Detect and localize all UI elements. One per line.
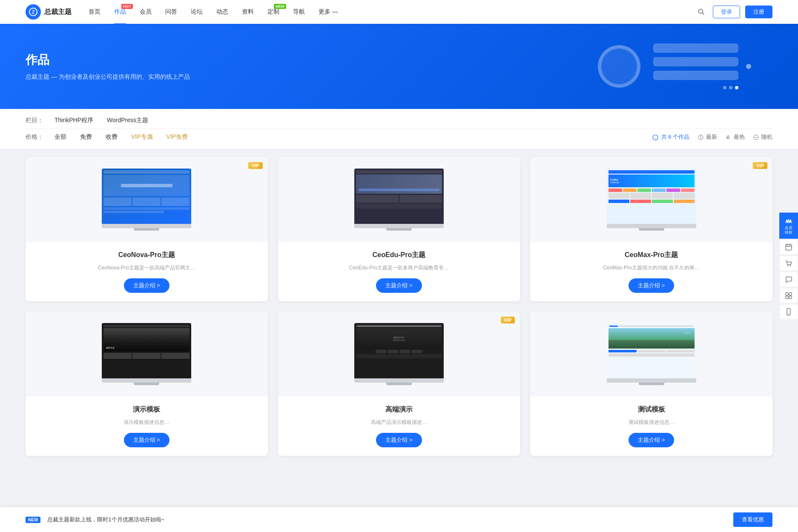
count-text: ! 共 6 个作品 (652, 133, 689, 141)
svg-text:Z: Z (32, 10, 34, 14)
card-info-6: 测试模板 测试模板描述信息… 主题介绍 > (530, 397, 772, 456)
logo-text: 总裁主题 (44, 8, 72, 17)
nav-member[interactable]: 会员 (140, 8, 152, 16)
card-info-2: CeoEdu-Pro主题 CeoEdu-Pro主题是一款多商户高端教育专… 主题… (278, 242, 520, 301)
nav-custom[interactable]: 定制 NEW (267, 8, 279, 16)
hero-title: 作品 (26, 52, 190, 68)
filter-divider (26, 129, 772, 129)
card-btn-1[interactable]: 主题介绍 > (124, 278, 169, 293)
category-filter-row: 栏目： ThinkPHP程序 WordPress主题 (26, 116, 772, 125)
product-card-4: 摄影作品 演示模板 演示模板描述信息… (26, 312, 268, 456)
sidebar-grid[interactable] (779, 288, 798, 303)
sidebar-calendar[interactable] (779, 239, 798, 255)
filter-free[interactable]: 免费 (78, 132, 95, 142)
hero-bars (653, 43, 738, 89)
laptop-mockup-6: 风力发电 (607, 323, 696, 385)
card-title-3: CeoMax-Pro主题 (539, 251, 764, 260)
nav-resources[interactable]: 资料 (242, 8, 254, 16)
hero-dot (746, 64, 751, 69)
new-badge: NEW (274, 4, 286, 9)
product-card-6: 风力发电 测试模板 (530, 312, 772, 456)
price-label: 价格： (26, 133, 43, 141)
svg-rect-15 (786, 292, 788, 295)
card-btn-4[interactable]: 主题介绍 > (124, 433, 169, 447)
product-card-1: VIP (26, 157, 268, 301)
filter-wordpress[interactable]: WordPress主题 (104, 116, 151, 125)
login-button[interactable]: 登录 (713, 6, 740, 18)
nav-works[interactable]: 作品 HOT (114, 8, 126, 16)
laptop-screen-3: CeoMax多功能主题 (607, 169, 696, 224)
product-card-2: CeoEdu-Pro主题 CeoEdu-Pro主题是一款多商户高端教育专… 主题… (278, 157, 520, 301)
card-desc-6: 测试模板描述信息… (539, 418, 764, 426)
sidebar-vip[interactable]: 会员特权 (779, 213, 798, 239)
laptop-screen-2 (354, 169, 444, 224)
logo-icon: Z (26, 4, 41, 20)
svg-rect-16 (789, 292, 792, 295)
card-image-1: VIP (26, 157, 268, 242)
nav-home[interactable]: 首页 (89, 8, 100, 16)
card-title-6: 测试模板 (539, 405, 764, 414)
vip-badge-1: VIP (248, 162, 263, 169)
filter-thinkphp[interactable]: ThinkPHP程序 (52, 116, 96, 125)
sidebar-mobile[interactable] (779, 304, 798, 319)
main-nav: 首页 作品 HOT 会员 问答 论坛 动态 资料 定制 NEW 导航 更多 — (89, 8, 695, 16)
sort-random[interactable]: 随机 (753, 133, 772, 141)
svg-point-14 (790, 265, 791, 266)
category-label: 栏目： (26, 117, 43, 124)
search-button[interactable] (695, 6, 708, 18)
hero-content: 作品 总裁主题 — 为创业者及创业公司提供有用的、实用的线上产品 (26, 52, 190, 81)
register-button[interactable]: 注册 (745, 6, 772, 18)
price-filter-row: 价格： 全部 免费 收费 VIP专属 VIP免费 ! 共 6 个作品 最新 (26, 132, 772, 142)
sidebar-vip-label: 会员特权 (785, 226, 792, 235)
nav-guide[interactable]: 导航 (293, 8, 305, 16)
card-desc-5: 高端产品演示模板描述… (287, 418, 512, 426)
card-image-5: VIP 建筑与产品 (278, 312, 520, 397)
card-btn-5[interactable]: 主题介绍 > (376, 433, 422, 447)
right-sidebar: 会员特权 (779, 213, 798, 320)
hero-subtitle: 总裁主题 — 为创业者及创业公司提供有用的、实用的线上产品 (26, 73, 190, 81)
card-image-3: VIP CeoMax多功能主题 (530, 157, 772, 242)
card-info-4: 演示模板 演示模板描述信息… 主题介绍 > (26, 397, 268, 456)
hero-decoration (594, 24, 755, 109)
card-desc-3: CeoMax-Pro主题强大的功能 在不久的将… (539, 264, 764, 272)
card-title-1: CeoNova-Pro主题 (34, 251, 259, 260)
nav-actions: 登录 注册 (695, 6, 772, 18)
logo[interactable]: Z 总裁主题 (26, 4, 72, 20)
sidebar-cart[interactable] (779, 255, 798, 271)
card-image-4: 摄影作品 (26, 312, 268, 397)
card-title-4: 演示模板 (34, 405, 259, 414)
card-desc-2: CeoEdu-Pro主题是一款多商户高端教育专… (287, 264, 512, 272)
laptop-screen-4: 摄影作品 (102, 323, 191, 378)
filter-all[interactable]: 全部 (52, 132, 69, 142)
laptop-mockup-4: 摄影作品 (102, 323, 191, 385)
card-info-5: 高端演示 高端产品演示模板描述… 主题介绍 > (278, 397, 520, 456)
filter-vip-exclusive[interactable]: VIP专属 (129, 132, 155, 142)
card-btn-3[interactable]: 主题介绍 > (629, 278, 674, 293)
card-btn-6[interactable]: 主题介绍 > (629, 433, 674, 447)
card-btn-2[interactable]: 主题介绍 > (376, 278, 422, 293)
sort-hottest[interactable]: 最热 (726, 133, 745, 141)
filter-paid[interactable]: 收费 (103, 132, 120, 142)
nav-forum[interactable]: 论坛 (191, 8, 203, 16)
sidebar-message[interactable] (779, 272, 798, 287)
card-image-2 (278, 157, 520, 242)
svg-rect-8 (785, 222, 792, 223)
hot-badge: HOT (121, 4, 133, 9)
hero-banner: 作品 总裁主题 — 为创业者及创业公司提供有用的、实用的线上产品 (0, 24, 798, 109)
card-desc-1: CeoNova-Pro主题是一款高端产品官网主… (34, 264, 259, 272)
card-title-2: CeoEdu-Pro主题 (287, 251, 512, 260)
card-desc-4: 演示模板描述信息… (34, 418, 259, 426)
nav-more[interactable]: 更多 — (319, 8, 338, 16)
product-card-3: VIP CeoMax多功能主题 (530, 157, 772, 301)
laptop-screen-6: 风力发电 (607, 323, 696, 378)
products-main: VIP (0, 149, 798, 464)
sort-newest[interactable]: 最新 (698, 133, 717, 141)
card-info-1: CeoNova-Pro主题 CeoNova-Pro主题是一款高端产品官网主… 主… (26, 242, 268, 301)
hero-circle-deco (594, 41, 645, 92)
nav-dynamic[interactable]: 动态 (216, 8, 228, 16)
card-info-3: CeoMax-Pro主题 CeoMax-Pro主题强大的功能 在不久的将… 主题… (530, 242, 772, 301)
svg-line-3 (703, 13, 704, 15)
nav-qa[interactable]: 问答 (165, 8, 177, 16)
filter-vip-free[interactable]: VIP免费 (164, 132, 191, 142)
svg-text:!: ! (655, 136, 656, 139)
